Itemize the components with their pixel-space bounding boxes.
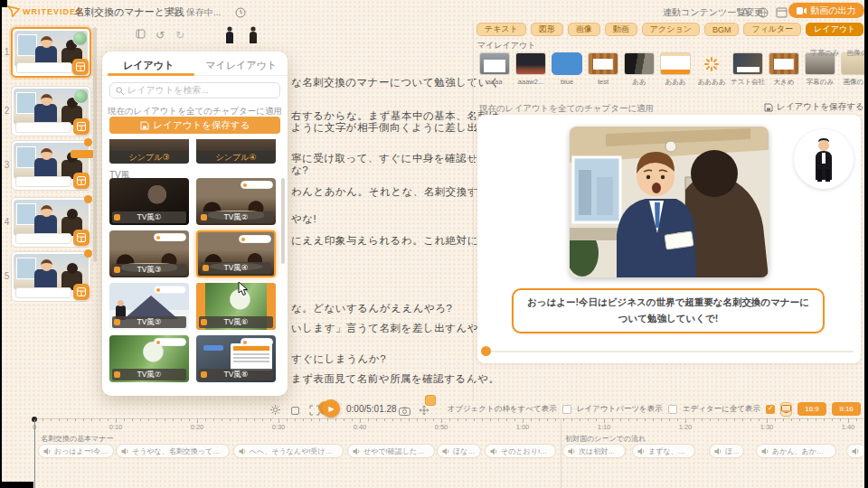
tab-フィルター[interactable]: フィルター <box>743 23 801 36</box>
tab-図形[interactable]: 図形 <box>531 23 563 36</box>
save-icon <box>764 103 773 112</box>
ruler-tick <box>840 418 841 421</box>
my-layout-thumb <box>479 52 510 75</box>
monitor-view-button[interactable] <box>780 402 792 417</box>
timeline-clip[interactable]: まずな、挨拶した後... <box>632 444 695 458</box>
export-video-button[interactable]: 動画の出力 <box>788 3 864 18</box>
timeline-clip[interactable]: ほな、相手... <box>709 444 744 458</box>
chapter-thumbnail[interactable] <box>11 86 91 136</box>
chapter-subtitle-bar <box>15 287 71 298</box>
chapter-layout-button[interactable] <box>73 173 90 189</box>
chapter-thumbnail[interactable] <box>11 197 91 248</box>
my-layout-item[interactable]: blue <box>549 52 585 87</box>
tab-テキスト[interactable]: テキスト <box>476 23 526 36</box>
screenshot-icon[interactable] <box>399 403 410 419</box>
aspect-ratio-button-16:9[interactable]: 16:9 <box>797 402 826 416</box>
chapter-thumbnail[interactable] <box>11 140 91 191</box>
timeline-clip[interactable]: おっはよー!今日はビ... <box>38 444 114 458</box>
character-2-icon[interactable] <box>248 26 259 47</box>
tab-BGM[interactable]: BGM <box>704 23 740 36</box>
sidebar-scrollbar[interactable] <box>93 27 97 262</box>
chapter-thumbnail[interactable] <box>11 27 91 78</box>
character-1-icon[interactable] <box>224 26 235 47</box>
layout-thumb-8[interactable]: TV風⑧ <box>196 335 276 382</box>
layout-thumb-partial[interactable]: シンプル③ <box>109 139 189 164</box>
chapter-title[interactable]: 名刺交換の基本マナー <box>41 434 114 444</box>
redo-icon[interactable]: ↻ <box>175 29 184 42</box>
timeline-clip[interactable]: 名刺... <box>846 444 866 458</box>
layout-thumb-4[interactable]: TV風④ <box>196 230 276 277</box>
ruler-tick <box>213 418 214 421</box>
play-button[interactable]: ▶ <box>322 399 340 418</box>
timeline-clip[interactable]: あかん、あかん!相手の名... <box>756 444 836 458</box>
layout-thumb-2[interactable]: TV風② <box>196 178 276 225</box>
layout-thumb-1[interactable]: TV風① <box>109 178 189 225</box>
preview-seekbar[interactable] <box>485 351 854 352</box>
popup-tab-mylayout[interactable]: マイレイアウト <box>195 59 288 72</box>
timeline-clip[interactable]: ほな、相... <box>437 444 481 458</box>
layout-thumb-partial[interactable]: シンプル④ <box>196 139 276 164</box>
refresh-icon[interactable]: ↻ <box>170 5 178 17</box>
my-layout-item[interactable]: aaaw2... <box>513 52 549 87</box>
layout-thumb-7[interactable]: TV風⑦ <box>109 335 189 382</box>
ruler-tick <box>816 418 816 421</box>
timeline-clip[interactable]: せやで!確認したらちゃ... <box>347 444 435 458</box>
ruler-tick <box>726 418 727 421</box>
chapter-layout-button[interactable] <box>73 284 90 300</box>
layout-thumb-5[interactable]: TV風⑤ <box>109 283 189 330</box>
layout-search-input[interactable]: レイアウトを検索... <box>109 82 280 99</box>
project-title[interactable]: 名刺交換のマナーと実践 <box>74 5 184 19</box>
ruler-tick <box>458 418 458 421</box>
settings-gear-icon[interactable] <box>269 403 281 419</box>
chapter-subtitle-bar <box>15 176 71 187</box>
my-layout-item[interactable]: aaaa <box>476 52 513 87</box>
toggle-checkbox[interactable] <box>562 405 571 414</box>
popup-tab-layout[interactable]: レイアウト <box>102 59 195 72</box>
timeline-clip[interactable]: そうやな、名刺交換って第一印象め... <box>116 444 230 458</box>
toggle-checkbox[interactable] <box>668 405 677 414</box>
my-layout-item[interactable]: テスト会社 <box>730 52 766 87</box>
apply-all-chapters-link[interactable]: 現在のレイアウトを全てのチャプターに適用 <box>479 103 654 115</box>
my-layout-item[interactable]: ああああ <box>693 52 730 87</box>
chapter-thumbnail[interactable] <box>11 251 91 302</box>
layout-thumb-3[interactable]: TV風③ <box>109 230 189 277</box>
subtitle-box[interactable]: おっはよー!今日はビジネスの世界で超重要な名刺交換のマナーについて勉強していくで… <box>512 288 825 333</box>
toggle-checkbox[interactable] <box>766 405 775 414</box>
save-layout-button[interactable]: レイアウトを保存する <box>764 101 864 113</box>
marker-icon[interactable] <box>136 29 146 42</box>
seekbar-handle[interactable] <box>481 346 491 356</box>
language-icon[interactable] <box>758 5 769 22</box>
timeline-clip[interactable]: そのとおり!目見て笑... <box>485 444 556 458</box>
presenter-avatar[interactable] <box>794 129 854 189</box>
history-icon[interactable] <box>235 5 246 22</box>
tab-動画[interactable]: 動画 <box>605 23 637 36</box>
tab-レイアウト[interactable]: レイアウト <box>806 23 863 36</box>
popup-scrollbar[interactable] <box>281 178 285 264</box>
chapter-layout-button[interactable] <box>72 59 89 75</box>
timeline-clip[interactable]: へへ、そうなんや!受け取るときも両... <box>233 444 344 458</box>
chapter-title[interactable]: 初対面のシーンでの流れ <box>565 434 646 444</box>
save-layout-button[interactable]: レイアウトを保存する <box>109 117 280 134</box>
my-layout-item[interactable]: 大きめ <box>766 52 802 87</box>
ruler-tick <box>506 418 507 421</box>
fullscreen-icon[interactable] <box>309 403 320 419</box>
video-camera-icon <box>797 7 807 14</box>
layout-thumb-6[interactable]: TV風⑥ <box>196 283 276 330</box>
text-tool-icon[interactable] <box>740 5 750 22</box>
preview-video-frame[interactable] <box>570 127 769 277</box>
my-layout-item[interactable]: あああ <box>657 52 693 87</box>
move-tool-icon[interactable] <box>419 403 429 419</box>
my-layout-item[interactable]: test <box>585 52 621 87</box>
aspect-ratio-button-9:16[interactable]: 9:16 <box>832 402 861 416</box>
chapter-layout-button[interactable] <box>73 230 90 246</box>
playhead-line <box>34 419 35 488</box>
tab-画像[interactable]: 画像 <box>568 23 600 36</box>
tab-アクション[interactable]: アクション <box>642 23 700 36</box>
window-icon[interactable] <box>776 5 788 22</box>
stop-icon[interactable] <box>290 403 300 419</box>
ruler-tick <box>303 418 304 421</box>
my-layout-item[interactable]: ああ <box>621 52 657 87</box>
chapter-layout-button[interactable] <box>73 118 90 135</box>
undo-icon[interactable]: ↺ <box>156 29 165 42</box>
timeline-clip[interactable]: 次は初対面の時の... <box>562 444 626 458</box>
